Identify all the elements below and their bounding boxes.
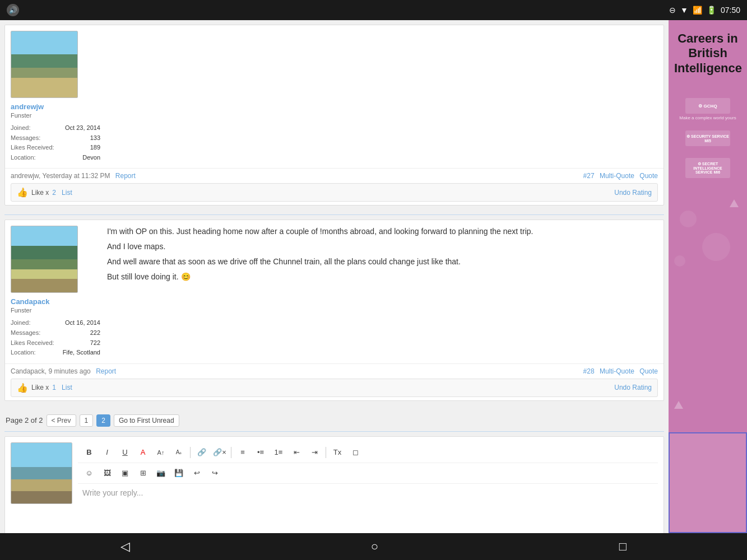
user-stats-candapack: Joined: Oct 16, 2014 Messages: 222 Likes… — [11, 318, 100, 357]
save-btn[interactable]: 💾 — [171, 465, 187, 481]
ad-triangle-2 — [674, 401, 683, 409]
post-actions-27: #27 Multi-Quote Quote — [583, 172, 658, 180]
undo-rating-27[interactable]: Undo Rating — [614, 189, 652, 197]
avatar-candapack — [11, 226, 78, 293]
go-to-first-unread-btn[interactable]: Go to First Unread — [114, 414, 179, 427]
multiquote-link-27[interactable]: Multi-Quote — [600, 172, 634, 180]
home-btn[interactable]: ○ — [354, 535, 395, 558]
multiquote-link-28[interactable]: Multi-Quote — [600, 367, 634, 375]
font-color-btn[interactable]: A — [135, 445, 151, 460]
post-number-28: #28 — [583, 367, 595, 375]
volume-icon: 🔊 — [7, 4, 19, 16]
post-actions-28: #28 Multi-Quote Quote — [583, 367, 658, 375]
camera-btn[interactable]: 📷 — [153, 465, 169, 481]
page-1-btn[interactable]: 1 — [80, 414, 94, 427]
like-row-27: 👍 Like x 2 List Undo Rating — [11, 183, 658, 202]
post-footer-28: Candapack, 9 minutes ago Report #28 Mult… — [5, 363, 664, 400]
back-btn[interactable]: ◁ — [104, 535, 147, 558]
emoji-btn[interactable]: ☺ — [81, 465, 97, 481]
font-size-small-btn[interactable]: Aₐ — [171, 445, 187, 460]
editor-area: B I U A A↑ Aₐ 🔗 🔗× ≡ •≡ 1≡ ⇤ — [78, 442, 658, 529]
ad-logo-mi6[interactable]: ⚙ SECRET INTELLIGENCE SERVICE MI6 — [685, 158, 730, 180]
like-btn-28[interactable]: 👍 Like x 1 List — [17, 382, 72, 393]
divider-2 — [4, 431, 664, 432]
post-text-28-3: But still love doing it. 😊 — [107, 271, 658, 283]
quote-link-27[interactable]: Quote — [639, 172, 658, 180]
editor-user-avatar — [11, 442, 72, 504]
likes-received-candapack: 722 — [90, 338, 100, 348]
underline-btn[interactable]: U — [117, 445, 133, 460]
unordered-list-btn[interactable]: •≡ — [253, 445, 268, 460]
user-title-candapack: Funster — [11, 307, 100, 314]
signal-icon: ▼ — [680, 6, 688, 15]
page-2-btn[interactable]: 2 — [96, 414, 110, 427]
reply-text-area[interactable]: Write your reply... — [78, 484, 658, 529]
post-footer-27: andrewjw, Yesterday at 11:32 PM Report #… — [5, 168, 664, 205]
table-btn[interactable]: ⊞ — [135, 465, 151, 481]
toolbar-row-2: ☺ 🖼 ▣ ⊞ 📷 💾 ↩ ↪ — [78, 463, 658, 484]
user-sidebar-candapack: Candapack Funster Joined: Oct 16, 2014 M… — [11, 226, 100, 357]
user-sidebar-andrewjw: andrewjw Funster Joined: Oct 23, 2014 Me… — [11, 31, 100, 162]
likes-andrewjw: 189 — [90, 143, 100, 153]
post-content-28: I'm with OP on this. Just heading home n… — [107, 226, 658, 357]
messages-candapack: 222 — [90, 328, 100, 338]
ordered-list-btn[interactable]: 1≡ — [271, 445, 286, 460]
user-stats-andrewjw: Joined: Oct 23, 2014 Messages: 133 Likes… — [11, 123, 100, 162]
quote-link-28[interactable]: Quote — [639, 367, 658, 375]
align-btn[interactable]: ≡ — [235, 445, 250, 460]
outdent-btn[interactable]: ⇤ — [289, 445, 304, 460]
post-content-27 — [107, 31, 658, 162]
bold-btn[interactable]: B — [81, 445, 97, 460]
username-andrewjw[interactable]: andrewjw — [11, 102, 100, 111]
post-text-28-2: And well aware that as soon as we drive … — [107, 256, 658, 268]
thumb-icon-27: 👍 — [17, 187, 28, 198]
image-btn[interactable]: 🖼 — [99, 465, 115, 481]
status-bar: 🔊 ⊖ ▼ 📶 🔋 07:50 — [0, 0, 747, 20]
post-28: Candapack Funster Joined: Oct 16, 2014 M… — [4, 220, 664, 400]
avatar-andrewjw — [11, 31, 78, 98]
ad-logo-mi5[interactable]: ⚙ SECURITY SERVICE MI5 — [685, 130, 730, 148]
recent-btn[interactable]: □ — [602, 535, 643, 558]
like-btn-27[interactable]: 👍 Like x 2 List — [17, 187, 72, 198]
toolbar-sep-2 — [231, 447, 231, 458]
pagination-row: Page 2 of 2 < Prev 1 2 Go to First Unrea… — [0, 410, 669, 431]
indent-btn[interactable]: ⇥ — [307, 445, 322, 460]
username-candapack[interactable]: Candapack — [11, 297, 100, 306]
ad-bottom-box — [669, 432, 747, 533]
reply-placeholder: Write your reply... — [82, 488, 143, 497]
ad-circle-3 — [674, 255, 685, 267]
link-btn[interactable]: 🔗 — [194, 445, 210, 460]
ad-circle-1 — [680, 211, 697, 227]
clock: 07:50 — [721, 6, 740, 15]
clear-format-btn[interactable]: Tx — [330, 445, 345, 460]
media-embed-btn[interactable]: ▣ — [117, 465, 133, 481]
report-link-28[interactable]: Report — [96, 367, 116, 375]
wifi-icon: 📶 — [693, 6, 702, 15]
thumb-icon-28: 👍 — [17, 382, 28, 393]
italic-btn[interactable]: I — [99, 445, 115, 460]
page-info: Page 2 of 2 — [6, 416, 43, 424]
list-link-27[interactable]: List — [62, 189, 72, 197]
source-btn[interactable]: ◻ — [347, 445, 363, 460]
ad-logo-gchq[interactable]: ⚙ GCHQ Make a complex world yours — [679, 98, 736, 120]
post-author-time-28: Candapack, 9 minutes ago Report — [11, 367, 116, 375]
toolbar-row-1: B I U A A↑ Aₐ 🔗 🔗× ≡ •≡ 1≡ ⇤ — [78, 442, 658, 463]
list-link-28[interactable]: List — [62, 384, 72, 391]
undo-rating-28[interactable]: Undo Rating — [614, 384, 652, 391]
prev-page-btn[interactable]: < Prev — [47, 414, 76, 427]
font-size-up-btn[interactable]: A↑ — [153, 445, 169, 460]
post-text-28-1: And I love maps. — [107, 241, 658, 253]
like-row-28: 👍 Like x 1 List Undo Rating — [11, 379, 658, 397]
report-link-27[interactable]: Report — [115, 172, 136, 180]
post-text-28-0: I'm with OP on this. Just heading home n… — [107, 226, 658, 237]
mute-icon: ⊖ — [669, 6, 676, 15]
ad-logos: ⚙ GCHQ Make a complex world yours ⚙ SECU… — [674, 98, 741, 180]
post-number-27: #27 — [583, 172, 595, 180]
undo-btn[interactable]: ↩ — [189, 465, 205, 481]
unlink-btn[interactable]: 🔗× — [212, 445, 228, 460]
redo-btn[interactable]: ↪ — [207, 465, 222, 481]
toolbar-sep-3 — [326, 447, 326, 458]
ad-sidebar: Careers in British Intelligence ⚙ GCHQ M… — [669, 20, 747, 533]
messages-andrewjw: 133 — [90, 133, 100, 143]
battery-icon: 🔋 — [707, 6, 716, 15]
